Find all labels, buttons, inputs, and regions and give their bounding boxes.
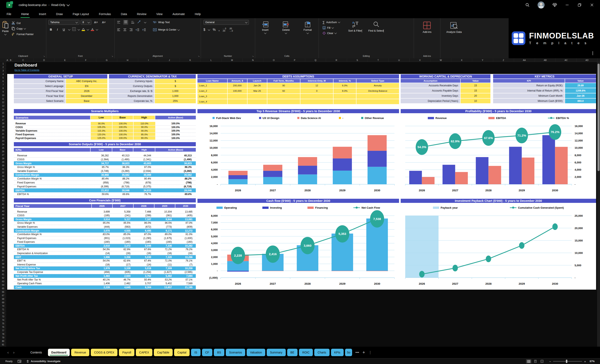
row-header-1[interactable]: 1	[0, 62, 6, 65]
column-header-AB[interactable]: AB	[535, 58, 556, 62]
input-cell[interactable]	[267, 99, 300, 104]
sheet-options-button[interactable]: ⋮	[368, 350, 372, 355]
menu-formulas[interactable]: Formulas	[98, 12, 111, 17]
input-cell[interactable]	[334, 99, 356, 104]
read-only-badge[interactable]: Read-Only	[51, 3, 65, 7]
autosum-button[interactable]: ∑ AutoSum	[322, 20, 341, 25]
column-header-I[interactable]: I	[138, 58, 159, 62]
menu-home[interactable]: Home	[21, 12, 29, 17]
menu-page-layout[interactable]: Page Layout	[72, 12, 90, 17]
row-header-13[interactable]: 13	[0, 104, 6, 108]
row-header-17[interactable]: 17	[0, 118, 6, 122]
sheet-tab-be[interactable]: BE	[287, 349, 298, 356]
input-cell[interactable]: Mar-26	[247, 88, 267, 93]
analyze-data-button[interactable]: Analyze Data	[444, 20, 464, 58]
chart-revenue-streams[interactable]: Top 5 Revenue Streams ($'000) - 5 years …	[197, 109, 399, 196]
column-header-V[interactable]: V	[410, 58, 431, 62]
normal-view-button[interactable]	[526, 359, 531, 363]
row-header-9[interactable]: 9	[0, 90, 6, 94]
align-center-icon[interactable]	[123, 28, 127, 31]
input-cell[interactable]: Loan_2	[197, 88, 227, 93]
input-cell[interactable]: $	[155, 84, 196, 88]
row-header-64[interactable]: 64	[0, 283, 6, 287]
input-cell[interactable]: 100.0%	[112, 133, 133, 136]
row-header-16[interactable]: 16	[0, 115, 6, 118]
input-cell[interactable]: 200,000	[228, 83, 247, 88]
row-header-21[interactable]: 21	[0, 132, 6, 136]
search-icon[interactable]	[525, 3, 530, 7]
sheet-tab-kpis[interactable]: KPIs	[331, 349, 344, 356]
row-header-54[interactable]: 54	[0, 248, 6, 252]
input-cell[interactable]: ABC Company Inc.	[66, 79, 107, 83]
column-header-X[interactable]: X	[451, 58, 472, 62]
row-header-41[interactable]: 41	[0, 202, 6, 206]
dialog-launcher-icon[interactable]: ↘	[43, 55, 45, 57]
vertical-scrollbar-thumb[interactable]	[598, 64, 600, 171]
row-header-58[interactable]: 58	[0, 262, 6, 266]
input-cell[interactable]: 90.0%	[133, 126, 155, 129]
sheet-tab-bs[interactable]: BS	[214, 349, 224, 356]
number-format-select[interactable]: General	[203, 20, 249, 25]
input-cell[interactable]: 2026	[66, 89, 107, 93]
font-color-button[interactable]: A	[91, 28, 94, 31]
row-header-73[interactable]: 73	[0, 315, 6, 318]
row-header-43[interactable]: 43	[0, 209, 6, 213]
wrap-text-button[interactable]: ab Wrap Text	[152, 20, 170, 25]
record-macro-icon[interactable]	[18, 360, 21, 363]
input-cell[interactable]	[228, 94, 247, 99]
copy-button[interactable]: Copy	[11, 26, 35, 31]
minimize-button[interactable]	[565, 3, 569, 7]
avatar[interactable]	[538, 1, 544, 9]
column-header-Y[interactable]: Y	[472, 58, 493, 62]
row-header-67[interactable]: 67	[0, 294, 6, 297]
input-cell[interactable]	[334, 94, 356, 99]
column-header-D[interactable]: D	[34, 58, 55, 62]
column-headers[interactable]: ABCDEFGHIJKLMNOPQRSTUVWXYZAAABACAD	[0, 58, 600, 62]
dialog-launcher-icon[interactable]: ↘	[252, 55, 254, 57]
input-cell[interactable]: 6.0%	[334, 83, 356, 88]
row-header-5[interactable]: 5	[0, 76, 6, 80]
input-cell[interactable]: 100.0%	[112, 122, 133, 125]
sheet-tab-capital[interactable]: Capital	[174, 349, 190, 356]
align-bottom-icon[interactable]	[131, 21, 134, 24]
row-header-38[interactable]: 38	[0, 192, 6, 195]
row-header-57[interactable]: 57	[0, 259, 6, 262]
restore-button[interactable]	[577, 3, 582, 7]
column-header-Z[interactable]: Z	[493, 58, 514, 62]
delete-cells-button[interactable]: Delete	[280, 20, 292, 58]
sheet-tab-scenarios[interactable]: Scenarios	[226, 349, 245, 356]
column-header-L[interactable]: L	[201, 58, 222, 62]
row-header-39[interactable]: 39	[0, 195, 6, 199]
row-header-27[interactable]: 27	[0, 153, 6, 157]
row-header-30[interactable]: 30	[0, 164, 6, 167]
row-header-81[interactable]: 81	[0, 343, 6, 346]
sheet-tab-revenue[interactable]: Revenue	[71, 349, 89, 356]
input-cell[interactable]: 80.0%	[133, 136, 155, 140]
row-header-37[interactable]: 37	[0, 188, 6, 192]
zoom-slider[interactable]	[553, 361, 582, 362]
menu-view[interactable]: View	[156, 12, 163, 17]
row-header-69[interactable]: 69	[0, 301, 6, 304]
zoom-in-button[interactable]: +	[584, 360, 586, 363]
menu-review[interactable]: Review	[136, 12, 147, 17]
grow-font-button[interactable]: A˄	[93, 20, 99, 24]
accessibility-checker[interactable]: Accessibility: Investigate	[26, 360, 60, 363]
input-cell[interactable]: Annuity	[356, 83, 399, 88]
row-header-61[interactable]: 61	[0, 273, 6, 276]
format-painter-button[interactable]: Format Painter	[11, 32, 35, 36]
sheet-tab-roic[interactable]: ROIC	[299, 349, 313, 356]
row-header-2[interactable]: 2	[0, 65, 6, 69]
column-header-N[interactable]: N	[243, 58, 263, 62]
row-header-52[interactable]: 52	[0, 241, 6, 245]
row-header-51[interactable]: 51	[0, 237, 6, 241]
row-header-66[interactable]: 66	[0, 290, 6, 294]
input-cell[interactable]: 100,000	[228, 88, 247, 93]
borders-button[interactable]	[72, 27, 76, 32]
row-header-25[interactable]: 25	[0, 146, 6, 150]
chart-investment-payback[interactable]: Investment Payback Chart ($'000) - 5 yea…	[401, 199, 596, 289]
input-cell[interactable]: 85.0%	[133, 133, 155, 136]
sheet-tab-charts[interactable]: Charts	[314, 349, 329, 356]
column-header-AD[interactable]: AD	[577, 58, 598, 62]
input-cell[interactable]	[356, 99, 399, 104]
input-cell[interactable]: 115.0%	[91, 129, 112, 132]
